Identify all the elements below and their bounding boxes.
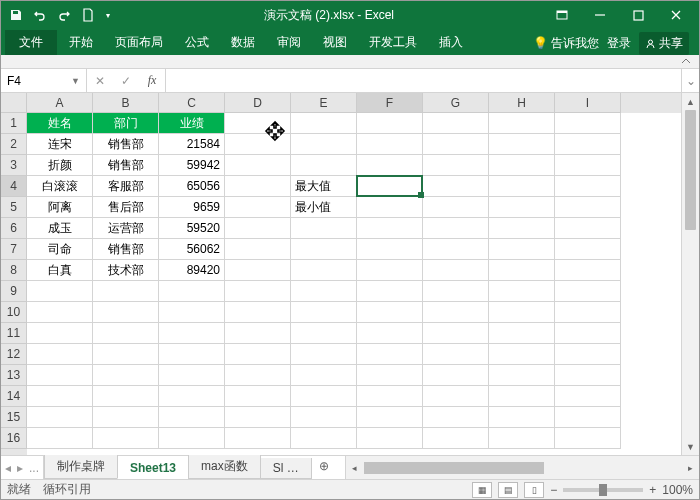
formula-input[interactable] bbox=[166, 69, 681, 92]
cell-H6[interactable] bbox=[489, 218, 555, 239]
cell-I15[interactable] bbox=[555, 407, 621, 428]
row-header-7[interactable]: 7 bbox=[1, 239, 27, 260]
row-header-16[interactable]: 16 bbox=[1, 428, 27, 449]
cell-B11[interactable] bbox=[93, 323, 159, 344]
cell-D2[interactable] bbox=[225, 134, 291, 155]
cell-C7[interactable]: 56062 bbox=[159, 239, 225, 260]
cell-B12[interactable] bbox=[93, 344, 159, 365]
cells-container[interactable]: 姓名部门业绩连宋销售部21584折颜销售部59942白滚滚客服部65056阿离售… bbox=[27, 113, 681, 455]
cell-A15[interactable] bbox=[27, 407, 93, 428]
cell-I13[interactable] bbox=[555, 365, 621, 386]
maximize-icon[interactable] bbox=[619, 1, 657, 29]
tab-file[interactable]: 文件 bbox=[5, 30, 57, 55]
row-header-2[interactable]: 2 bbox=[1, 134, 27, 155]
cell-I2[interactable] bbox=[555, 134, 621, 155]
cell-B8[interactable]: 技术部 bbox=[93, 260, 159, 281]
cell-A5[interactable]: 阿离 bbox=[27, 197, 93, 218]
cell-D7[interactable] bbox=[225, 239, 291, 260]
cell-G3[interactable] bbox=[423, 155, 489, 176]
cell-I11[interactable] bbox=[555, 323, 621, 344]
add-sheet-icon[interactable]: ⊕ bbox=[311, 456, 337, 479]
cell-E11[interactable] bbox=[291, 323, 357, 344]
col-header-H[interactable]: H bbox=[489, 93, 555, 113]
expand-formula-icon[interactable]: ⌄ bbox=[681, 69, 699, 92]
cell-A14[interactable] bbox=[27, 386, 93, 407]
cell-F6[interactable] bbox=[357, 218, 423, 239]
name-box-input[interactable] bbox=[7, 74, 59, 88]
col-header-B[interactable]: B bbox=[93, 93, 159, 113]
vertical-scrollbar[interactable]: ▲ ▼ bbox=[681, 93, 699, 455]
sheet-tab[interactable]: Sheet13 bbox=[117, 458, 189, 479]
cell-B7[interactable]: 销售部 bbox=[93, 239, 159, 260]
name-box[interactable]: ▼ bbox=[1, 69, 87, 92]
cell-B9[interactable] bbox=[93, 281, 159, 302]
cell-A1[interactable]: 姓名 bbox=[27, 113, 93, 134]
sheet-prev-icon[interactable]: ◂ bbox=[5, 461, 11, 475]
row-header-12[interactable]: 12 bbox=[1, 344, 27, 365]
cell-B16[interactable] bbox=[93, 428, 159, 449]
qat-dropdown-icon[interactable]: ▾ bbox=[101, 4, 115, 26]
accept-formula-icon[interactable]: ✓ bbox=[113, 74, 139, 88]
cell-F13[interactable] bbox=[357, 365, 423, 386]
cell-H12[interactable] bbox=[489, 344, 555, 365]
tab-view[interactable]: 视图 bbox=[313, 30, 357, 55]
cell-I5[interactable] bbox=[555, 197, 621, 218]
cell-H5[interactable] bbox=[489, 197, 555, 218]
new-icon[interactable] bbox=[77, 4, 99, 26]
cell-G14[interactable] bbox=[423, 386, 489, 407]
cell-E12[interactable] bbox=[291, 344, 357, 365]
col-header-F[interactable]: F bbox=[357, 93, 423, 113]
view-layout-icon[interactable]: ▤ bbox=[498, 482, 518, 498]
hscroll-thumb[interactable] bbox=[364, 462, 544, 474]
cell-G5[interactable] bbox=[423, 197, 489, 218]
cell-F15[interactable] bbox=[357, 407, 423, 428]
cell-I9[interactable] bbox=[555, 281, 621, 302]
cell-H3[interactable] bbox=[489, 155, 555, 176]
redo-icon[interactable] bbox=[53, 4, 75, 26]
cell-D6[interactable] bbox=[225, 218, 291, 239]
cell-E16[interactable] bbox=[291, 428, 357, 449]
cell-E3[interactable] bbox=[291, 155, 357, 176]
undo-icon[interactable] bbox=[29, 4, 51, 26]
cell-C10[interactable] bbox=[159, 302, 225, 323]
cell-D4[interactable] bbox=[225, 176, 291, 197]
cell-C12[interactable] bbox=[159, 344, 225, 365]
row-header-4[interactable]: 4 bbox=[1, 176, 27, 197]
cell-C5[interactable]: 9659 bbox=[159, 197, 225, 218]
login-link[interactable]: 登录 bbox=[607, 35, 631, 52]
cell-F8[interactable] bbox=[357, 260, 423, 281]
cell-F9[interactable] bbox=[357, 281, 423, 302]
cell-G12[interactable] bbox=[423, 344, 489, 365]
cell-A10[interactable] bbox=[27, 302, 93, 323]
cell-A8[interactable]: 白真 bbox=[27, 260, 93, 281]
cell-H8[interactable] bbox=[489, 260, 555, 281]
cell-B6[interactable]: 运营部 bbox=[93, 218, 159, 239]
cell-A7[interactable]: 司命 bbox=[27, 239, 93, 260]
sheet-tab[interactable]: max函数 bbox=[188, 455, 261, 479]
cell-C15[interactable] bbox=[159, 407, 225, 428]
cell-E1[interactable] bbox=[291, 113, 357, 134]
tab-formulas[interactable]: 公式 bbox=[175, 30, 219, 55]
tab-review[interactable]: 审阅 bbox=[267, 30, 311, 55]
cell-G10[interactable] bbox=[423, 302, 489, 323]
cell-D16[interactable] bbox=[225, 428, 291, 449]
cell-F4[interactable] bbox=[357, 176, 423, 197]
cell-H9[interactable] bbox=[489, 281, 555, 302]
cell-F11[interactable] bbox=[357, 323, 423, 344]
cell-G16[interactable] bbox=[423, 428, 489, 449]
cell-I6[interactable] bbox=[555, 218, 621, 239]
cell-I8[interactable] bbox=[555, 260, 621, 281]
tab-data[interactable]: 数据 bbox=[221, 30, 265, 55]
cell-H14[interactable] bbox=[489, 386, 555, 407]
cell-D14[interactable] bbox=[225, 386, 291, 407]
cell-I14[interactable] bbox=[555, 386, 621, 407]
cancel-formula-icon[interactable]: ✕ bbox=[87, 74, 113, 88]
row-header-11[interactable]: 11 bbox=[1, 323, 27, 344]
tab-home[interactable]: 开始 bbox=[59, 30, 103, 55]
col-header-D[interactable]: D bbox=[225, 93, 291, 113]
cell-H4[interactable] bbox=[489, 176, 555, 197]
view-pagebreak-icon[interactable]: ▯ bbox=[524, 482, 544, 498]
cell-F3[interactable] bbox=[357, 155, 423, 176]
cell-B14[interactable] bbox=[93, 386, 159, 407]
cell-B1[interactable]: 部门 bbox=[93, 113, 159, 134]
